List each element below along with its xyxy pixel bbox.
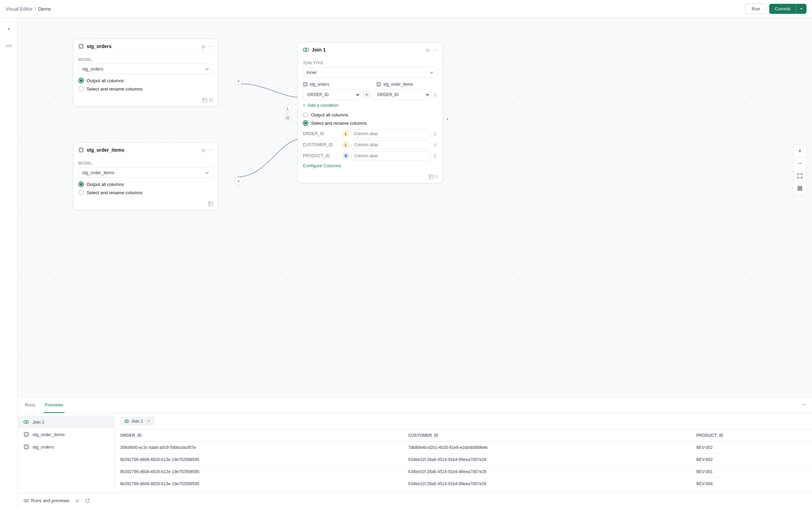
svg-rect-16 [429,175,433,179]
collapse-panel-button[interactable] [801,402,806,408]
svg-rect-28 [25,446,28,448]
join1-left-col-select[interactable]: ORDER_ID [303,90,361,100]
table-row: 8b392796-d608-4820-b13e-19e702908585634b… [115,478,812,490]
table-row: 8b392796-d608-4820-b13e-19e702908585634b… [115,466,812,478]
equals-badge: = [363,91,371,98]
col-alias-0[interactable] [351,129,431,138]
breadcrumb-page: Demo [38,6,51,12]
zoom-in-button[interactable]: + [794,145,806,157]
table-cell: 634be31f-28a6-4514-91b4-99eea7007e28 [403,454,690,466]
table-cell: JAF-002 [691,490,812,493]
col-header-product-id: PRODUCT_ID [691,430,812,442]
radio-checked-icon [78,78,84,83]
radio-unchecked-icon [78,86,84,92]
stg-orders-right-connector[interactable]: + [234,77,243,85]
stg-order-items-model-select[interactable]: stg_order_items [78,167,213,178]
join1-more-icon[interactable]: ··· [433,47,437,53]
stg-orders-output-all[interactable]: Output all columns [78,78,213,83]
chevron-down-icon [800,7,803,10]
join1-title: Join 1 [303,47,326,53]
zoom-out-button[interactable]: − [794,157,806,170]
stg-orders-select-rename[interactable]: Select and rename columns [78,86,213,92]
settings-footer-item[interactable] [75,498,80,503]
col-alias-1[interactable] [351,140,431,149]
col-alias-2[interactable] [351,151,431,160]
stg-order-items-output-all[interactable]: Output all columns [78,181,213,187]
preview-header: Join 1 ✕ [115,413,812,430]
stg-order-items-radio-group: Output all columns Select and rename col… [78,181,213,195]
grid-button[interactable] [794,182,806,195]
cube-icon [78,44,84,49]
add-condition-button[interactable]: + Add a condition [303,103,437,108]
table-cell: 8b392796-d608-4820-b13e-19e702908585 [115,490,403,493]
svg-rect-5 [79,148,83,152]
join1-right-connector[interactable]: + [443,115,452,123]
table-cell: 8b392796-d608-4820-b13e-19e702908585 [115,478,403,490]
main-layout: + </> [0,18,812,508]
stg-orders-actions: ▷ ··· [202,43,213,49]
join1-run-icon[interactable]: ▷ [427,47,430,53]
join1-select-rename[interactable]: Select and rename columns [303,120,437,126]
fit-button[interactable] [794,170,806,182]
panel-list-item-stg-order-items[interactable]: stg_order_items [18,428,114,441]
svg-point-33 [77,500,78,501]
radio-checked-join [303,120,308,126]
join-left-connector-r[interactable]: R [284,114,292,122]
join1-node: Join 1 ▷ ··· Join Type Inner [298,42,443,183]
stg-order-items-more-icon[interactable]: ··· [209,147,213,153]
panel-list-item-join1[interactable]: Join 1 [18,416,114,428]
svg-rect-13 [304,83,306,85]
stg-orders-more-icon[interactable]: ··· [209,43,213,49]
commit-dropdown-button[interactable] [796,4,806,14]
commit-button[interactable]: Commit [769,4,796,14]
col-badge-r-2: R [343,153,349,159]
table-cell: BEV-002 [691,454,812,466]
code-view-button[interactable]: </> [3,40,14,51]
stg-orders-radio-group: Output all columns Select and rename col… [78,78,213,92]
stg-order-items-run-icon[interactable]: ▷ [202,148,206,153]
svg-rect-20 [800,186,802,188]
stg-order-items-right-connector[interactable]: + [234,177,243,185]
join1-right-col-select[interactable]: ORDER_ID [373,90,431,100]
zoom-controls: + − [793,144,806,195]
stg-orders-header: stg_orders ▷ ··· [74,39,218,53]
refresh-footer-item[interactable] [85,498,90,503]
table-row: 306d4bf0-ec3c-4abb-a0c9-59bbcdacf07e7db8… [115,442,812,454]
join1-radio-group: Output all columns Select and rename col… [303,112,437,126]
tab-runs[interactable]: Runs [23,398,37,413]
join1-type-select[interactable]: Inner [303,67,437,78]
table-icon [202,98,207,103]
panel-body: Join 1 stg_order_items [18,413,812,493]
table-cell: BEV-002 [691,442,812,454]
join-icon-tab [124,419,129,424]
delete-col-0-button[interactable]: 🗑 [433,131,437,137]
stg-order-items-body: Model stg_order_items Output all columns… [74,157,218,199]
table-icon-2 [208,201,213,206]
canvas[interactable]: stg_orders ▷ ··· Model stg_orders [18,18,812,397]
delete-col-2-button[interactable]: 🗑 [433,153,437,159]
delete-col-1-button[interactable]: 🗑 [433,142,437,148]
runs-previews-footer-item[interactable]: Runs and previews [23,498,69,504]
preview-tab-close-button[interactable]: ✕ [147,418,151,424]
run-button[interactable]: Run [745,3,766,14]
add-node-button[interactable]: + [3,23,14,35]
grid-icon [798,186,802,191]
join-left-connector-l[interactable]: L [284,104,292,113]
stg-orders-model-select[interactable]: stg_orders [78,64,213,74]
join1-tables-header: stg_orders stg_order_items [303,82,437,87]
delete-condition-button[interactable]: 🗑 [433,92,437,97]
join1-col-row-0: ORDER_ID L 🗑 [303,129,437,138]
cube-icon-list2 [23,444,29,450]
stg-order-items-title: stg_order_items [78,147,124,153]
table-body: 306d4bf0-ec3c-4abb-a0c9-59bbcdacf07e7db8… [115,442,812,493]
table-cell: 8b392796-d608-4820-b13e-19e702908585 [115,466,403,478]
stg-orders-footer: 10 [74,96,218,106]
stg-order-items-select-rename[interactable]: Select and rename columns [78,190,213,195]
tab-previews[interactable]: Previews [44,398,65,413]
refresh-icon [85,498,90,503]
join1-output-all[interactable]: Output all columns [303,112,437,117]
panel-list-item-stg-orders[interactable]: stg_orders [18,441,114,453]
cube-icon-4 [376,82,381,87]
configure-columns-link[interactable]: Configure Columns [303,163,437,168]
stg-orders-run-icon[interactable]: ▷ [202,44,206,49]
